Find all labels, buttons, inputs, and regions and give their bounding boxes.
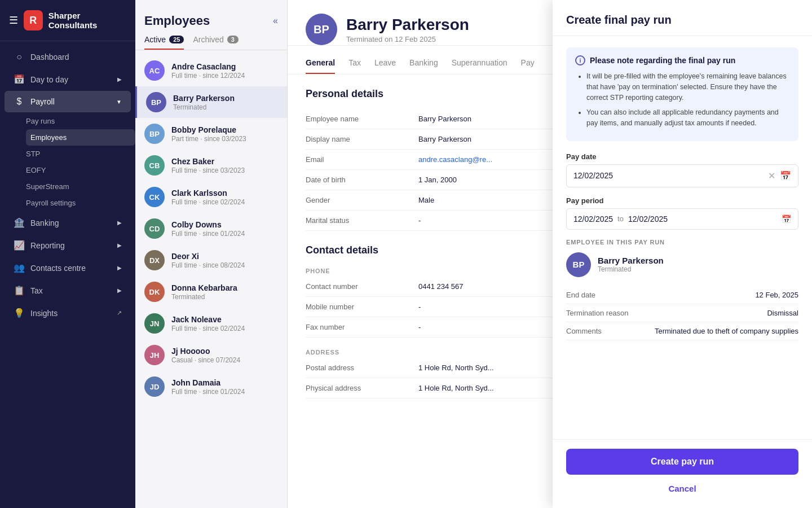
employee-list-item-cb[interactable]: CB Chez Baker Full time · since 03/2023 — [135, 150, 287, 181]
tab-archived[interactable]: Archived 3 — [193, 35, 239, 50]
emp-name-bp: Barry Parkerson — [173, 94, 278, 103]
employees-title: Employees — [144, 14, 210, 28]
contacts-icon: 👥 — [14, 262, 25, 273]
pay-period-label: Pay period — [566, 196, 798, 205]
tab-superannuation[interactable]: Superannuation — [452, 52, 508, 74]
employee-in-pay-run-label: EMPLOYEE IN THIS PAY RUN — [566, 239, 798, 246]
sidebar-item-insights[interactable]: 💡 Insights ↗ — [5, 302, 131, 324]
create-pay-run-button[interactable]: Create pay run — [566, 449, 798, 475]
sidebar-item-superstream[interactable]: SuperStream — [26, 178, 135, 195]
modal-header: Create final pay run — [553, 0, 812, 36]
emp-name-ac: Andre Casaclang — [171, 62, 278, 71]
clear-icon[interactable]: ✕ — [768, 170, 775, 181]
field-value-mobile-number: - — [418, 303, 421, 311]
sidebar-item-label: Dashboard — [30, 52, 69, 62]
pay-date-label: Pay date — [566, 152, 798, 161]
tab-banking[interactable]: Banking — [409, 52, 438, 74]
comments-label: Comments — [566, 327, 602, 335]
sidebar-item-payroll[interactable]: $ Payroll ▼ — [5, 91, 131, 112]
field-value-fax-number: - — [418, 323, 421, 331]
calendar-icon-period[interactable]: 📅 — [782, 214, 791, 224]
chevron-down-icon: ▼ — [116, 99, 122, 105]
avatar-bp2: BP — [144, 124, 165, 144]
sidebar-item-tax[interactable]: 📋 Tax ▶ — [5, 279, 131, 301]
payroll-submenu: Pay runs Employees STP EOFY SuperStream … — [0, 113, 135, 211]
employee-panel-header: Employees « — [135, 0, 287, 28]
sidebar-item-banking[interactable]: 🏦 Banking ▶ — [5, 212, 131, 234]
field-value-contact-number: 0441 234 567 — [418, 282, 464, 291]
tab-pay[interactable]: Pay — [521, 52, 535, 74]
sidebar-item-day-to-day[interactable]: 📅 Day to day ▶ — [5, 68, 131, 90]
employee-list-item-dk[interactable]: DK Donna Kebarbara Terminated — [135, 276, 287, 308]
reporting-icon: 📈 — [14, 240, 25, 251]
sidebar-item-label: Payroll — [30, 97, 55, 106]
cancel-button[interactable]: Cancel — [566, 480, 798, 497]
collapse-panel-icon[interactable]: « — [273, 16, 278, 26]
employee-list-item-jn[interactable]: JN Jack Noleave Full time · since 02/202… — [135, 308, 287, 339]
company-logo: R — [24, 10, 43, 30]
tab-leave[interactable]: Leave — [374, 52, 396, 74]
emp-info-ck: Clark Karlsson Full time · since 02/2024 — [171, 189, 278, 206]
employee-list-item-ac[interactable]: AC Andre Casaclang Full time · since 12/… — [135, 55, 287, 86]
info-box-title: Please note regarding the final pay run — [590, 56, 735, 65]
employee-list-item-jd[interactable]: JD John Damaia Full time · since 01/2024 — [135, 371, 287, 402]
emp-status-jd: Full time · since 01/2024 — [171, 388, 278, 396]
termination-reason-value: Dismissal — [767, 309, 798, 317]
pay-period-group: Pay period 12/02/2025 to 12/02/2025 📅 — [566, 196, 798, 230]
chevron-right-icon: ▶ — [117, 76, 122, 82]
field-label-display-name: Display name — [306, 135, 418, 143]
emp-status-dx: Full time · since 08/2024 — [171, 261, 278, 269]
field-value-email[interactable]: andre.casaclang@re... — [418, 155, 492, 164]
employee-list-item-bp[interactable]: BP Barry Parkerson Terminated — [135, 86, 287, 118]
chevron-right-icon: ▶ — [117, 220, 122, 226]
employee-list-item-cd[interactable]: CD Colby Downs Full time · since 01/2024 — [135, 213, 287, 244]
pay-run-employee-status: Terminated — [598, 265, 664, 273]
sidebar-item-contacts[interactable]: 👥 Contacts centre ▶ — [5, 257, 131, 279]
employee-list-item-ck[interactable]: CK Clark Karlsson Full time · since 02/2… — [135, 181, 287, 213]
pay-date-input[interactable]: 12/02/2025 ✕ 📅 — [566, 164, 798, 187]
tab-active-label: Active — [144, 35, 166, 44]
sidebar-item-reporting[interactable]: 📈 Reporting ▶ — [5, 234, 131, 256]
archived-count-badge: 3 — [227, 36, 239, 43]
sidebar-item-stp[interactable]: STP — [26, 146, 135, 162]
calendar-icon[interactable]: 📅 — [780, 170, 791, 181]
emp-status-ac: Full time · since 12/2024 — [171, 72, 278, 80]
employee-list-item-dx[interactable]: DX Deor Xi Full time · since 08/2024 — [135, 244, 287, 276]
employee-list-item-jh[interactable]: JH Jj Hooooo Casual · since 07/2024 — [135, 339, 287, 371]
pay-period-to-label: to — [617, 214, 624, 223]
info-point-1: It will be pre-filled with the employee'… — [586, 71, 789, 103]
sidebar-item-eofy[interactable]: EOFY — [26, 162, 135, 178]
avatar-jd: JD — [144, 376, 165, 397]
sidebar-item-payroll-settings[interactable]: Payroll settings — [26, 195, 135, 211]
modal-body: i Please note regarding the final pay ru… — [553, 36, 812, 439]
sidebar-item-dashboard[interactable]: ○ Dashboard — [5, 46, 131, 68]
tab-active[interactable]: Active 25 — [144, 35, 184, 50]
comments-row: Comments Terminated due to theft of comp… — [566, 322, 798, 340]
employee-list-item-bp2[interactable]: BP Bobby Porelaque Part time · since 03/… — [135, 118, 287, 150]
tab-tax[interactable]: Tax — [348, 52, 361, 74]
emp-name-ck: Clark Karlsson — [171, 189, 278, 198]
company-name: Sharper Consultants — [48, 11, 126, 30]
avatar-ck: CK — [144, 187, 165, 207]
emp-info-cd: Colby Downs Full time · since 01/2024 — [171, 220, 278, 238]
field-label-employee-name: Employee name — [306, 115, 418, 123]
hamburger-menu[interactable]: ☰ — [9, 14, 18, 27]
field-label-mobile-number: Mobile number — [306, 303, 418, 311]
banking-icon: 🏦 — [14, 217, 25, 228]
sidebar-header: ☰ R Sharper Consultants — [0, 0, 135, 41]
modal-footer: Create pay run Cancel — [553, 439, 812, 508]
sidebar-item-pay-runs[interactable]: Pay runs — [26, 113, 135, 129]
field-label-dob: Date of birth — [306, 176, 418, 184]
comments-value: Terminated due to theft of company suppl… — [655, 327, 798, 335]
field-value-postal-address: 1 Hole Rd, North Syd... — [418, 364, 494, 372]
emp-info-jd: John Damaia Full time · since 01/2024 — [171, 378, 278, 396]
pay-period-input[interactable]: 12/02/2025 to 12/02/2025 📅 — [566, 208, 798, 230]
field-value-dob: 1 Jan, 2000 — [418, 176, 457, 184]
modal-title: Create final pay run — [566, 14, 798, 27]
chevron-right-icon: ▶ — [117, 287, 122, 294]
tab-general[interactable]: General — [306, 52, 335, 74]
field-label-gender: Gender — [306, 196, 418, 204]
pay-run-employee: BP Barry Parkerson Terminated — [566, 252, 798, 277]
employee-list: AC Andre Casaclang Full time · since 12/… — [135, 50, 287, 508]
sidebar-item-employees[interactable]: Employees — [26, 129, 135, 146]
